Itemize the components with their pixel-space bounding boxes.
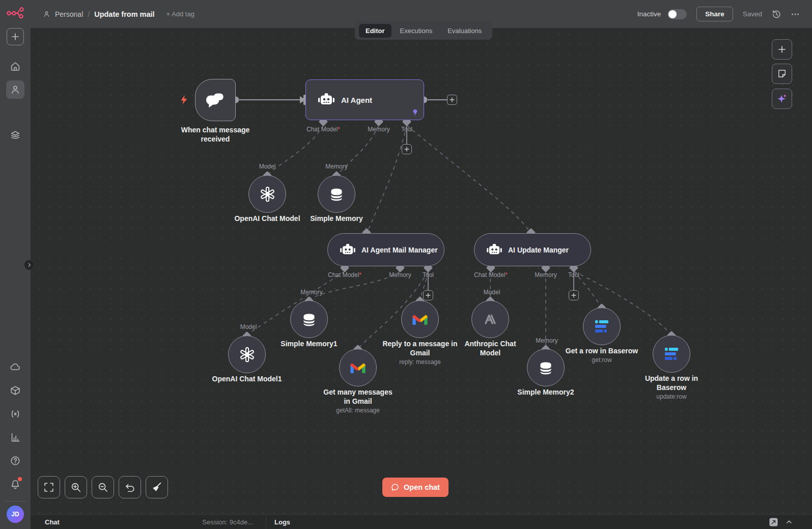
sidebar-item-help[interactable] bbox=[6, 452, 24, 470]
logs-tab[interactable]: Logs bbox=[274, 518, 290, 526]
sidebar-item-home[interactable] bbox=[6, 57, 24, 75]
sidebar-item-variables[interactable] bbox=[6, 405, 24, 423]
node-simple-memory[interactable] bbox=[318, 175, 355, 213]
chat-panel-header[interactable]: Chat Session: 9c4de... bbox=[31, 518, 266, 526]
more-options-icon[interactable] bbox=[791, 10, 800, 19]
node-ai-update-manger[interactable]: AI Update Manger bbox=[474, 233, 591, 266]
new-workflow-button[interactable] bbox=[7, 28, 24, 45]
port-label-tool: Tool bbox=[423, 271, 434, 279]
sidebar-item-templates[interactable] bbox=[6, 381, 24, 400]
node-title: AI Agent Mail Manager bbox=[361, 246, 438, 254]
node-gmail-get-many[interactable] bbox=[339, 349, 377, 386]
anthropic-icon bbox=[483, 313, 497, 325]
port-label-chat-model: Chat Model* bbox=[474, 271, 508, 279]
sticky-note-button[interactable] bbox=[772, 64, 792, 84]
pop-out-icon[interactable] bbox=[769, 518, 778, 526]
node-label: Simple Memory bbox=[298, 214, 375, 224]
undo-button[interactable] bbox=[119, 476, 141, 498]
share-button[interactable]: Share bbox=[696, 7, 733, 21]
node-gmail-reply[interactable] bbox=[401, 300, 439, 338]
port-label-tool: Tool bbox=[401, 126, 412, 133]
gmail-icon bbox=[412, 313, 428, 325]
tidy-up-button[interactable] bbox=[146, 476, 168, 498]
open-chat-button[interactable]: Open chat bbox=[382, 478, 449, 497]
node-title: AI Update Manger bbox=[508, 246, 569, 254]
node-anthropic-chat-model[interactable] bbox=[471, 300, 509, 338]
chat-bubbles-icon bbox=[206, 93, 225, 108]
database-icon bbox=[301, 312, 317, 326]
tab-evaluations[interactable]: Evaluations bbox=[441, 24, 488, 38]
sidebar-item-personal[interactable] bbox=[6, 80, 24, 99]
node-subtitle: get:row bbox=[571, 356, 632, 364]
port-label-memory: Memory bbox=[536, 337, 557, 344]
workflow-canvas[interactable]: When chat message received AI Agent AI A… bbox=[31, 28, 812, 514]
node-baserow-get-row[interactable] bbox=[583, 308, 621, 345]
node-label: When chat message received bbox=[175, 126, 256, 144]
tab-editor[interactable]: Editor bbox=[359, 24, 391, 38]
workflow-title[interactable]: Update from mail bbox=[94, 10, 154, 18]
node-openai-chat-model1[interactable] bbox=[228, 336, 266, 373]
sidebar-item-insights[interactable] bbox=[6, 428, 24, 447]
node-ai-agent-mail-manager[interactable]: AI Agent Mail Manager bbox=[327, 233, 444, 266]
activation-toggle[interactable] bbox=[667, 9, 687, 19]
logs-panel-header[interactable]: Logs bbox=[266, 517, 290, 526]
port-label-memory: Memory bbox=[535, 271, 556, 279]
pinned-data-icon bbox=[412, 109, 418, 117]
sidebar-expand-handle[interactable] bbox=[24, 260, 35, 270]
zoom-to-fit-button[interactable] bbox=[38, 476, 60, 498]
view-tabs: Editor Executions Evaluations bbox=[355, 21, 492, 40]
saved-status: Saved bbox=[743, 10, 762, 18]
node-subtitle: update:row bbox=[641, 393, 702, 400]
robot-icon bbox=[487, 244, 502, 256]
node-openai-chat-model[interactable] bbox=[248, 175, 286, 213]
session-id: Session: 9c4de... bbox=[202, 518, 253, 526]
sidebar-item-cloud[interactable] bbox=[6, 358, 24, 376]
tab-executions[interactable]: Executions bbox=[394, 24, 439, 38]
zoom-out-button[interactable] bbox=[92, 476, 114, 498]
ai-assistant-button[interactable] bbox=[772, 89, 792, 109]
node-label: Simple Memory2 bbox=[505, 388, 586, 397]
node-label: OpenAI Chat Model1 bbox=[199, 375, 295, 384]
node-chat-trigger[interactable] bbox=[195, 79, 236, 121]
port-label-memory: Memory bbox=[300, 289, 322, 296]
node-label: Update a row in Baserow bbox=[640, 374, 704, 393]
add-tag-button[interactable]: + Add tag bbox=[166, 10, 194, 18]
node-title: AI Agent bbox=[341, 96, 372, 104]
add-node-panel-button[interactable] bbox=[772, 39, 792, 60]
header-actions: Inactive Share Saved bbox=[637, 7, 800, 21]
baserow-icon bbox=[594, 319, 609, 334]
add-tool-button[interactable] bbox=[569, 290, 579, 300]
port-label-chat-model: Chat Model* bbox=[328, 271, 361, 279]
history-icon[interactable] bbox=[772, 10, 781, 19]
node-subtitle: getAll: message bbox=[317, 407, 399, 414]
zoom-in-button[interactable] bbox=[65, 476, 87, 498]
add-node-button[interactable] bbox=[447, 95, 457, 105]
add-tool-button[interactable] bbox=[423, 290, 433, 300]
toggle-knob bbox=[668, 10, 677, 18]
node-ai-agent[interactable]: AI Agent bbox=[305, 79, 424, 120]
chat-tab[interactable]: Chat bbox=[45, 518, 60, 526]
node-simple-memory1[interactable] bbox=[290, 300, 328, 338]
sidebar-item-stack[interactable] bbox=[6, 126, 24, 144]
breadcrumb-project[interactable]: Personal bbox=[55, 10, 83, 18]
notifications-bell-icon[interactable] bbox=[6, 475, 24, 493]
avatar[interactable]: JD bbox=[7, 506, 24, 523]
port-label-tool: Tool bbox=[568, 271, 579, 279]
port-label-memory: Memory bbox=[368, 126, 389, 133]
add-tool-button[interactable] bbox=[402, 144, 412, 154]
node-baserow-update-row[interactable] bbox=[653, 335, 690, 373]
breadcrumb-separator: / bbox=[88, 10, 90, 18]
trigger-bolt-icon bbox=[181, 95, 187, 104]
chat-icon bbox=[391, 483, 399, 491]
port-label-model: Model bbox=[259, 163, 276, 170]
baserow-icon bbox=[664, 346, 679, 361]
node-subtitle: reply: message bbox=[379, 358, 461, 366]
collapse-chevron-icon[interactable] bbox=[786, 518, 793, 525]
activation-status-label: Inactive bbox=[637, 10, 661, 18]
main-area: Personal / Update from mail + Add tag In… bbox=[31, 0, 812, 529]
panel-actions bbox=[769, 518, 793, 526]
n8n-logo-icon[interactable] bbox=[0, 0, 31, 25]
robot-icon bbox=[318, 93, 334, 106]
port-label-chat-model: Chat Model* bbox=[306, 126, 340, 133]
port-label-memory: Memory bbox=[389, 271, 411, 279]
